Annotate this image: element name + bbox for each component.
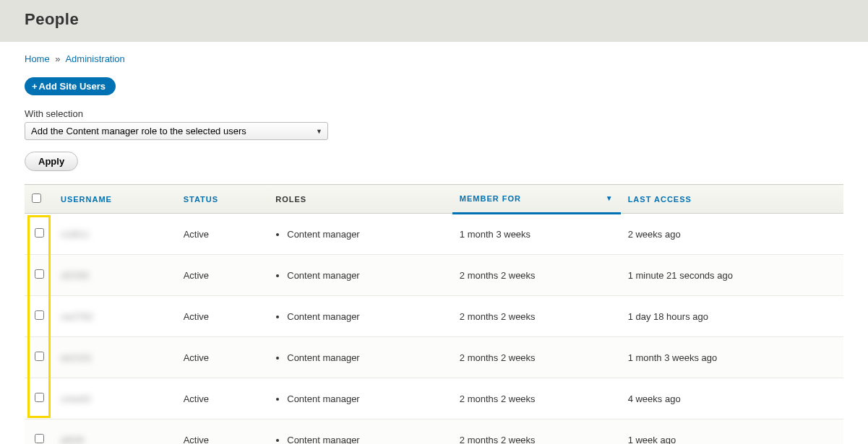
table-row: j4639ActiveContent manager2 months 2 wee… bbox=[25, 419, 843, 445]
row-checkbox[interactable] bbox=[35, 310, 44, 320]
member-for-cell: 2 months 2 weeks bbox=[452, 255, 621, 296]
member-for-cell: 2 months 2 weeks bbox=[452, 378, 621, 419]
status-cell: Active bbox=[176, 214, 269, 255]
action-select[interactable]: Add the Content manager role to the sele… bbox=[25, 122, 328, 140]
table-row: ee2101ActiveContent manager2 months 2 we… bbox=[25, 337, 843, 378]
roles-cell: Content manager bbox=[268, 296, 452, 337]
role-item: Content manager bbox=[287, 393, 445, 404]
status-header[interactable]: STATUS bbox=[176, 185, 269, 214]
member-for-header[interactable]: MEMBER FOR ▼ bbox=[452, 185, 621, 214]
username-header-link[interactable]: USERNAME bbox=[61, 195, 112, 204]
table-row: rs3611ActiveContent manager1 month 3 wee… bbox=[25, 214, 843, 255]
row-checkbox-cell bbox=[25, 337, 53, 378]
row-checkbox[interactable] bbox=[35, 352, 44, 361]
table-row: cw2782ActiveContent manager2 months 2 we… bbox=[25, 296, 843, 337]
member-for-cell: 2 months 2 weeks bbox=[452, 337, 621, 378]
table-row: cmw43ActiveContent manager2 months 2 wee… bbox=[25, 378, 843, 419]
action-select-wrap: Add the Content manager role to the sele… bbox=[25, 122, 328, 140]
status-cell: Active bbox=[176, 337, 269, 378]
last-access-cell: 1 month 3 weeks ago bbox=[621, 337, 843, 378]
roles-cell: Content manager bbox=[268, 214, 452, 255]
username-text: ee2101 bbox=[61, 352, 92, 363]
select-all-checkbox[interactable] bbox=[32, 193, 41, 203]
status-cell: Active bbox=[176, 255, 269, 296]
role-item: Content manager bbox=[287, 435, 445, 445]
status-cell: Active bbox=[176, 378, 269, 419]
status-cell: Active bbox=[176, 419, 269, 445]
username-text: cw2782 bbox=[61, 311, 93, 322]
username-cell: j4639 bbox=[53, 419, 176, 445]
row-checkbox[interactable] bbox=[35, 434, 44, 443]
roles-header: ROLES bbox=[268, 185, 452, 214]
username-header[interactable]: USERNAME bbox=[53, 185, 176, 214]
last-access-header-link[interactable]: LAST ACCESS bbox=[628, 195, 692, 204]
last-access-cell: 1 minute 21 seconds ago bbox=[621, 255, 843, 296]
with-selection-label: With selection bbox=[25, 108, 843, 119]
status-cell: Active bbox=[176, 296, 269, 337]
last-access-cell: 4 weeks ago bbox=[621, 378, 843, 419]
username-cell: cw2782 bbox=[53, 296, 176, 337]
member-for-cell: 1 month 3 weeks bbox=[452, 214, 621, 255]
role-item: Content manager bbox=[287, 270, 445, 281]
member-for-cell: 2 months 2 weeks bbox=[452, 419, 621, 445]
page-title: People bbox=[25, 10, 843, 29]
last-access-cell: 2 weeks ago bbox=[621, 214, 843, 255]
row-checkbox[interactable] bbox=[35, 393, 44, 402]
username-text: cmw43 bbox=[61, 393, 90, 404]
table-row: sf2330ActiveContent manager2 months 2 we… bbox=[25, 255, 843, 296]
roles-cell: Content manager bbox=[268, 337, 452, 378]
username-cell: sf2330 bbox=[53, 255, 176, 296]
breadcrumb-separator: » bbox=[52, 53, 63, 64]
role-item: Content manager bbox=[287, 311, 445, 322]
plus-icon: + bbox=[32, 81, 38, 92]
apply-button[interactable]: Apply bbox=[25, 152, 78, 171]
row-checkbox[interactable] bbox=[35, 228, 44, 238]
username-text: rs3611 bbox=[61, 229, 90, 240]
username-cell: rs3611 bbox=[53, 214, 176, 255]
page-header: People bbox=[0, 0, 868, 42]
role-item: Content manager bbox=[287, 229, 445, 240]
roles-cell: Content manager bbox=[268, 255, 452, 296]
username-text: sf2330 bbox=[61, 270, 89, 281]
breadcrumb-admin[interactable]: Administration bbox=[65, 53, 124, 64]
role-item: Content manager bbox=[287, 352, 445, 363]
content-area: Home » Administration +Add Site Users Wi… bbox=[0, 42, 868, 444]
select-all-header bbox=[25, 185, 53, 214]
username-cell: ee2101 bbox=[53, 337, 176, 378]
add-button-label: Add Site Users bbox=[39, 81, 106, 92]
row-checkbox-cell bbox=[25, 214, 53, 255]
add-site-users-button[interactable]: +Add Site Users bbox=[25, 77, 116, 95]
row-checkbox[interactable] bbox=[35, 269, 44, 279]
roles-cell: Content manager bbox=[268, 419, 452, 445]
roles-cell: Content manager bbox=[268, 378, 452, 419]
row-checkbox-cell bbox=[25, 378, 53, 419]
table-header-row: USERNAME STATUS ROLES MEMBER FOR ▼ LAST … bbox=[25, 185, 843, 214]
username-cell: cmw43 bbox=[53, 378, 176, 419]
table-wrap: USERNAME STATUS ROLES MEMBER FOR ▼ LAST … bbox=[25, 184, 843, 444]
username-text: j4639 bbox=[61, 435, 84, 445]
status-header-link[interactable]: STATUS bbox=[184, 195, 218, 204]
breadcrumb: Home » Administration bbox=[25, 53, 843, 64]
last-access-cell: 1 day 18 hours ago bbox=[621, 296, 843, 337]
last-access-header[interactable]: LAST ACCESS bbox=[621, 185, 843, 214]
sort-indicator-icon: ▼ bbox=[606, 194, 614, 202]
row-checkbox-cell bbox=[25, 255, 53, 296]
breadcrumb-home[interactable]: Home bbox=[25, 53, 50, 64]
last-access-cell: 1 week ago bbox=[621, 419, 843, 445]
member-for-cell: 2 months 2 weeks bbox=[452, 296, 621, 337]
users-table: USERNAME STATUS ROLES MEMBER FOR ▼ LAST … bbox=[25, 184, 843, 444]
row-checkbox-cell bbox=[25, 419, 53, 445]
member-for-header-link[interactable]: MEMBER FOR bbox=[460, 194, 521, 203]
row-checkbox-cell bbox=[25, 296, 53, 337]
